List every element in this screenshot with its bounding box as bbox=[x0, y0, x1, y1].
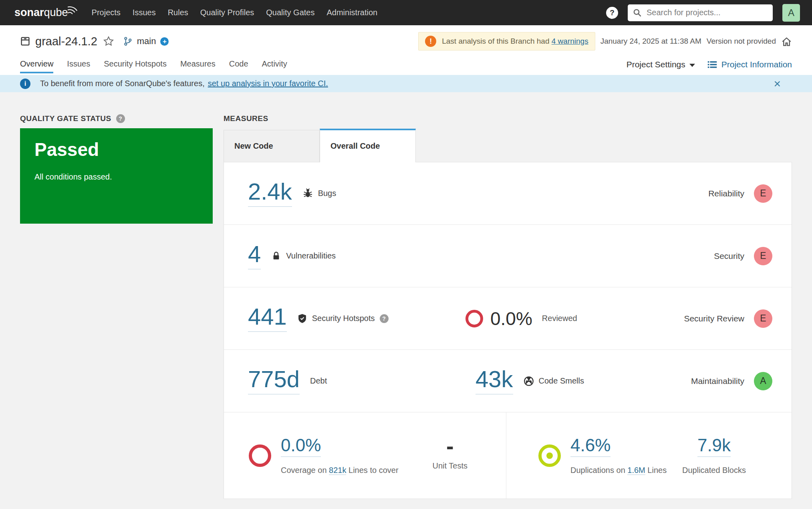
maintainability-row: 775d Debt 43k Code Smells Maintainabilit… bbox=[224, 350, 792, 412]
tab-issues[interactable]: Issues bbox=[67, 59, 90, 75]
list-icon bbox=[707, 60, 717, 69]
nav-item-administration[interactable]: Administration bbox=[326, 8, 377, 17]
nav-item-issues[interactable]: Issues bbox=[133, 8, 156, 17]
analysis-warning: ! Last analysis of this Branch had 4 war… bbox=[418, 32, 595, 50]
coverage-duplications-footer: 0.0% Coverage on 821k Lines to cover - U… bbox=[224, 412, 792, 499]
project-header: graal-24.1.2 main + ! Last analysis of t… bbox=[0, 25, 812, 75]
branch-icon bbox=[123, 36, 133, 46]
coverage-value-link[interactable]: 0.0% bbox=[281, 436, 321, 457]
logo-text-bold: sonar bbox=[14, 7, 44, 19]
lines-to-cover-link[interactable]: 821k bbox=[329, 466, 346, 475]
vulnerabilities-label: Vulnerabilities bbox=[286, 251, 336, 261]
quality-gate-heading: QUALITY GATE STATUS bbox=[20, 114, 111, 123]
add-branch-icon[interactable]: + bbox=[160, 37, 169, 46]
code-smells-icon bbox=[524, 376, 534, 386]
warning-icon: ! bbox=[425, 36, 436, 47]
coverage-caption: Coverage on 821k Lines to cover bbox=[281, 466, 399, 475]
sonarqube-logo[interactable]: sonarqube bbox=[14, 7, 80, 19]
nav-item-quality-gates[interactable]: Quality Gates bbox=[266, 8, 314, 17]
logo-text-light: qube bbox=[44, 7, 68, 19]
banner-text: To benefit from more of SonarQube's feat… bbox=[40, 79, 328, 88]
analysis-date: January 24, 2025 at 11:38 AM bbox=[600, 37, 701, 46]
maintainability-rating-badge: A bbox=[754, 372, 772, 390]
home-icon[interactable] bbox=[781, 36, 792, 47]
overview-content: QUALITY GATE STATUS ? Passed All conditi… bbox=[0, 92, 812, 499]
reviewed-value: 0.0% bbox=[490, 309, 532, 328]
search-input[interactable] bbox=[646, 8, 768, 18]
quality-gate-subtext: All conditions passed. bbox=[34, 172, 198, 182]
vulnerabilities-row: 4 Vulnerabilities Security E bbox=[224, 225, 792, 287]
measures-tab-bar: New Code Overall Code bbox=[224, 128, 792, 162]
avatar[interactable]: A bbox=[782, 4, 800, 22]
tab-code[interactable]: Code bbox=[229, 59, 248, 75]
shield-icon bbox=[297, 313, 307, 323]
duplicated-lines-link[interactable]: 1.6M bbox=[627, 466, 645, 475]
measures-section: MEASURES New Code Overall Code 2.4k Bugs… bbox=[224, 114, 792, 499]
close-icon[interactable]: × bbox=[774, 78, 781, 90]
chevron-down-icon bbox=[689, 64, 695, 67]
quality-gate-status-card: Passed All conditions passed. bbox=[20, 128, 213, 224]
maintainability-label: Maintainability bbox=[691, 376, 744, 386]
info-icon: i bbox=[20, 79, 30, 89]
main-nav: Projects Issues Rules Quality Profiles Q… bbox=[92, 8, 378, 17]
unit-tests-label: Unit Tests bbox=[433, 461, 467, 471]
coverage-cell: 0.0% Coverage on 821k Lines to cover - U… bbox=[224, 412, 506, 499]
quality-gate-status: Passed bbox=[34, 139, 198, 160]
search-box[interactable] bbox=[628, 4, 773, 21]
security-hotspots-count-link[interactable]: 441 bbox=[248, 305, 287, 332]
duplications-cell: 4.6% Duplications on 1.6M Lines 7.9k Dup… bbox=[506, 412, 792, 499]
duplications-ring-icon bbox=[538, 444, 561, 467]
code-smells-count-link[interactable]: 43k bbox=[476, 368, 513, 394]
version-label: Version not provided bbox=[707, 37, 776, 46]
lock-icon bbox=[271, 251, 281, 261]
nav-item-projects[interactable]: Projects bbox=[92, 8, 121, 17]
project-tab-bar: Overview Issues Security Hotspots Measur… bbox=[20, 59, 287, 75]
branch-name[interactable]: main bbox=[137, 36, 156, 46]
code-smells-block: 43k Code Smells bbox=[476, 368, 584, 394]
bugs-row: 2.4k Bugs Reliability E bbox=[224, 162, 792, 225]
ci-setup-link[interactable]: set up analysis in your favorite CI. bbox=[208, 79, 328, 88]
security-review-label: Security Review bbox=[684, 314, 744, 323]
security-hotspots-label: Security Hotspots bbox=[312, 314, 375, 323]
coverage-ring-icon bbox=[249, 444, 271, 467]
duplicated-blocks-block: 7.9k Duplicated Blocks bbox=[682, 436, 746, 475]
measures-heading: MEASURES bbox=[224, 114, 268, 123]
debt-link[interactable]: 775d bbox=[248, 368, 300, 394]
duplications-value-link[interactable]: 4.6% bbox=[570, 436, 611, 457]
security-hotspots-row: 441 Security Hotspots ? 0.0% Reviewed Se… bbox=[224, 287, 792, 350]
bugs-label: Bugs bbox=[318, 189, 336, 198]
nav-item-quality-profiles[interactable]: Quality Profiles bbox=[200, 8, 254, 17]
security-rating-badge: E bbox=[754, 247, 772, 265]
favorite-star-icon[interactable] bbox=[103, 36, 114, 47]
tab-overview[interactable]: Overview bbox=[20, 59, 53, 75]
duplicated-blocks-label: Duplicated Blocks bbox=[682, 466, 746, 475]
code-smells-label: Code Smells bbox=[539, 376, 584, 386]
unit-tests-value: - bbox=[433, 440, 467, 449]
search-icon bbox=[633, 8, 642, 17]
bugs-count-link[interactable]: 2.4k bbox=[248, 180, 292, 207]
project-settings-menu[interactable]: Project Settings bbox=[627, 60, 695, 69]
duplicated-blocks-value-link[interactable]: 7.9k bbox=[697, 436, 731, 457]
tab-activity[interactable]: Activity bbox=[262, 59, 287, 75]
unit-tests-block: - Unit Tests bbox=[433, 440, 467, 471]
help-icon[interactable]: ? bbox=[606, 7, 618, 19]
tab-measures[interactable]: Measures bbox=[180, 59, 216, 75]
nav-item-rules[interactable]: Rules bbox=[168, 8, 188, 17]
project-information-button[interactable]: Project Information bbox=[707, 60, 792, 69]
quality-gate-help-icon[interactable]: ? bbox=[116, 114, 125, 123]
logo-waves-icon bbox=[68, 4, 80, 16]
top-navbar: sonarqube Projects Issues Rules Quality … bbox=[0, 0, 812, 25]
debt-label: Debt bbox=[310, 376, 327, 386]
measures-panel: 2.4k Bugs Reliability E 4 Vulnerabilitie… bbox=[224, 162, 792, 499]
quality-gate-section: QUALITY GATE STATUS ? Passed All conditi… bbox=[20, 114, 213, 499]
duplications-caption: Duplications on 1.6M Lines bbox=[570, 466, 667, 475]
tab-security-hotspots[interactable]: Security Hotspots bbox=[104, 59, 167, 75]
vulnerabilities-count-link[interactable]: 4 bbox=[248, 242, 261, 269]
reviewed-block: 0.0% Reviewed bbox=[465, 309, 577, 328]
tab-new-code[interactable]: New Code bbox=[224, 130, 320, 162]
security-hotspots-help-icon[interactable]: ? bbox=[380, 314, 389, 323]
ci-setup-banner: i To benefit from more of SonarQube's fe… bbox=[0, 75, 812, 92]
tab-overall-code[interactable]: Overall Code bbox=[320, 129, 416, 162]
warnings-link[interactable]: 4 warnings bbox=[552, 37, 588, 45]
warning-text: Last analysis of this Branch had 4 warni… bbox=[442, 37, 588, 46]
